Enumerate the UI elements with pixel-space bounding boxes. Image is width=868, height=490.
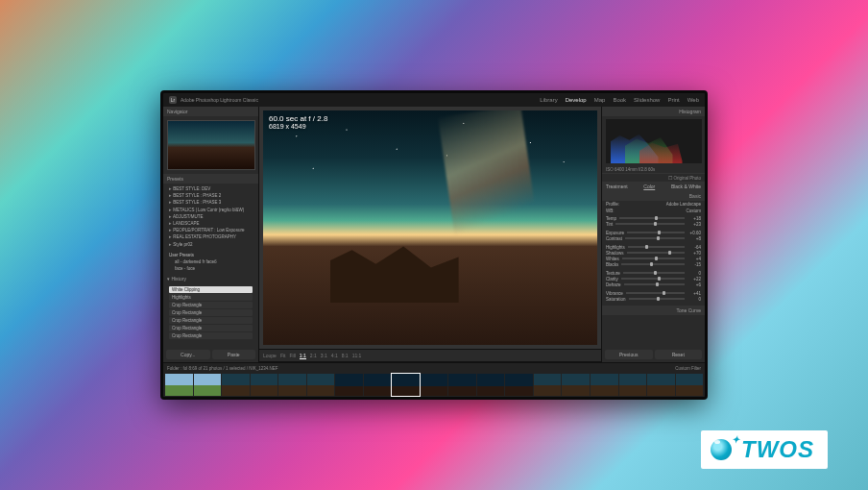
wb-label: WB: bbox=[606, 208, 615, 213]
preset-item[interactable]: BEST STYLE: DEV bbox=[169, 185, 253, 192]
slider-contrast[interactable]: Contrast+8 bbox=[606, 235, 701, 241]
history-item[interactable]: Highlights bbox=[169, 294, 253, 301]
thumb[interactable] bbox=[534, 374, 562, 396]
zoom-option[interactable]: Fill bbox=[289, 353, 295, 358]
preset-item[interactable]: LANDSCAPE bbox=[169, 220, 253, 227]
paste-button[interactable]: Paste bbox=[212, 350, 256, 359]
thumb-selected[interactable] bbox=[392, 374, 420, 396]
thumb[interactable] bbox=[278, 374, 306, 396]
zoom-option[interactable]: Fit bbox=[280, 353, 286, 358]
module-library[interactable]: Library bbox=[540, 97, 557, 103]
profile-row[interactable]: Profile: Adobe Landscape bbox=[602, 201, 705, 208]
left-panel: Navigator Presets BEST STYLE: DEV BEST S… bbox=[163, 107, 259, 362]
photo-content bbox=[330, 233, 514, 303]
badge-text: TWOS bbox=[741, 436, 814, 462]
zoom-option[interactable]: 3:1 bbox=[321, 353, 327, 358]
filmstrip-path[interactable]: Folder : fol 8:69 of 21 photos / 1 selec… bbox=[167, 366, 278, 371]
zoom-option[interactable]: 1:1 bbox=[300, 353, 306, 359]
history-item[interactable]: Crop Rectangle bbox=[169, 309, 253, 316]
tab-color[interactable]: Color bbox=[643, 184, 655, 189]
preset-item[interactable]: face - foce bbox=[169, 265, 253, 272]
original-photo-toggle[interactable]: ☐ Original Photo bbox=[602, 173, 705, 182]
module-picker: Library Develop Map Book Slideshow Print… bbox=[540, 97, 699, 103]
basic-label[interactable]: Basic bbox=[602, 191, 705, 201]
photo-viewport[interactable]: 60.0 sec at f / 2.8 6819 x 4549 bbox=[263, 110, 597, 345]
history-item[interactable]: Crop Rectangle bbox=[169, 317, 253, 324]
preset-item[interactable]: ADJUST/MUTE bbox=[169, 213, 253, 220]
toolbar: Loupe Fit Fill 1:1 2:1 3:1 4:1 8:1 11:1 bbox=[259, 349, 601, 362]
slider-tint[interactable]: Tint+23 bbox=[606, 221, 701, 227]
thumb[interactable] bbox=[562, 374, 590, 396]
tab-bw[interactable]: Black & White bbox=[671, 184, 701, 189]
preset-item[interactable]: all - darkened fr faceб bbox=[169, 258, 253, 265]
preset-item[interactable]: METALICS | Low Contr (reg/to bl&W) bbox=[169, 207, 253, 213]
zoom-option[interactable]: 11:1 bbox=[352, 353, 362, 358]
thumb[interactable] bbox=[591, 374, 618, 396]
dimensions-text: 6819 x 4549 bbox=[269, 123, 327, 130]
reset-button[interactable]: Reset bbox=[655, 350, 703, 359]
thumb[interactable] bbox=[194, 374, 222, 396]
twos-badge: TWOS bbox=[701, 430, 828, 469]
thumb[interactable] bbox=[477, 374, 505, 396]
tone-curve-label[interactable]: Tone Curve bbox=[602, 306, 705, 315]
navigator-label[interactable]: Navigator bbox=[163, 107, 258, 116]
zoom-option[interactable]: 8:1 bbox=[342, 353, 349, 358]
history-item[interactable]: Crop Rectangle bbox=[169, 302, 253, 308]
thumb[interactable] bbox=[448, 374, 476, 396]
history-label[interactable]: ▾ History bbox=[163, 274, 258, 283]
treatment-tabs: Treatment Color Black & White bbox=[602, 182, 705, 191]
exposure-text: 60.0 sec at f / 2.8 bbox=[269, 114, 327, 123]
filmstrip-filter[interactable]: Custom Filter bbox=[675, 366, 701, 371]
module-slideshow[interactable]: Slideshow bbox=[634, 97, 660, 103]
module-web[interactable]: Web bbox=[687, 97, 699, 103]
user-presets: User Presets all - darkened fr faceб fac… bbox=[163, 250, 258, 275]
thumb[interactable] bbox=[505, 374, 533, 396]
thumb[interactable] bbox=[307, 374, 335, 396]
profile-label: Profile: bbox=[606, 202, 619, 207]
history-list: White Clipping Highlights Crop Rectangle… bbox=[163, 283, 258, 342]
slider-dehaze[interactable]: Dehaze+6 bbox=[606, 282, 701, 287]
history-item[interactable]: Crop Rectangle bbox=[169, 325, 253, 331]
app-logo-icon: Lr bbox=[169, 96, 177, 104]
preset-item[interactable]: REAL ESTATE PHOTOGRAPHY bbox=[169, 233, 253, 240]
slider-blacks[interactable]: Blacks-15 bbox=[606, 261, 701, 267]
wb-row[interactable]: WB: Custom bbox=[602, 208, 705, 214]
module-map[interactable]: Map bbox=[594, 97, 606, 103]
user-presets-label[interactable]: User Presets bbox=[169, 252, 253, 258]
thumb[interactable] bbox=[222, 374, 250, 396]
presets-label[interactable]: Presets bbox=[163, 174, 258, 184]
history-item[interactable]: Crop Rectangle bbox=[169, 332, 253, 339]
thumb[interactable] bbox=[676, 374, 704, 396]
preset-item[interactable]: BEST STYLE : PHASE 3 bbox=[169, 199, 253, 206]
filmstrip-thumbs[interactable] bbox=[163, 373, 705, 397]
preset-item[interactable]: PEOPLE/PORTRAIT : Low Exposure bbox=[169, 227, 253, 233]
histogram-label[interactable]: Histogram bbox=[602, 107, 705, 116]
thumb[interactable] bbox=[165, 374, 193, 396]
thumb[interactable] bbox=[251, 374, 278, 396]
preset-item[interactable]: Style pr02 bbox=[169, 241, 253, 248]
histogram[interactable] bbox=[606, 119, 702, 163]
profile-value[interactable]: Adobe Landscape bbox=[666, 202, 701, 207]
thumb[interactable] bbox=[619, 374, 647, 396]
copy-button[interactable]: Copy... bbox=[166, 350, 210, 359]
slider-saturation[interactable]: Saturation0 bbox=[606, 296, 701, 302]
navigator-thumbnail[interactable] bbox=[167, 120, 255, 170]
thumb[interactable] bbox=[364, 374, 392, 396]
thumb[interactable] bbox=[421, 374, 448, 396]
preset-item[interactable]: BEST STYLE : PHASE 2 bbox=[169, 192, 253, 199]
right-panel: Histogram ISO 6400 14mm f/2.8 60s ☐ Orig… bbox=[601, 107, 705, 362]
module-book[interactable]: Book bbox=[613, 97, 626, 103]
module-develop[interactable]: Develop bbox=[566, 97, 587, 103]
zoom-option[interactable]: 4:1 bbox=[331, 353, 338, 358]
tab-treatment[interactable]: Treatment bbox=[606, 184, 628, 189]
lightroom-window: Lr Adobe Photoshop Lightroom Classic Lib… bbox=[160, 90, 708, 400]
thumb[interactable] bbox=[647, 374, 675, 396]
module-print[interactable]: Print bbox=[667, 97, 679, 103]
zoom-option[interactable]: Loupe bbox=[263, 353, 277, 358]
history-item[interactable]: White Clipping bbox=[169, 286, 253, 293]
zoom-option[interactable]: 2:1 bbox=[310, 353, 317, 358]
wb-value[interactable]: Custom bbox=[686, 208, 701, 213]
previous-button[interactable]: Previous bbox=[605, 350, 653, 359]
thumb[interactable] bbox=[335, 374, 363, 396]
basic-sliders: Temp+18 Tint+23 Exposure+0.60 Contrast+8… bbox=[602, 214, 705, 306]
